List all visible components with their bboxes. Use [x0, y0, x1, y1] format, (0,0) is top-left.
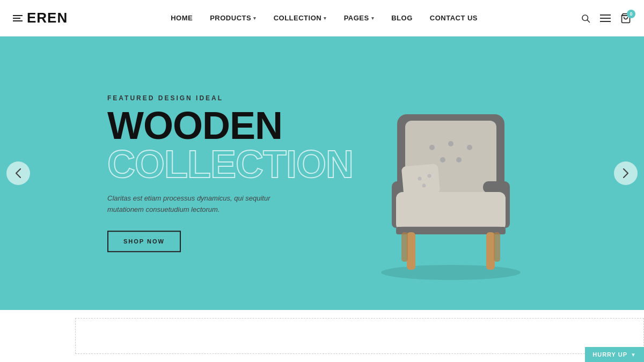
logo-text[interactable]: EREN [27, 10, 68, 26]
svg-point-15 [467, 145, 472, 150]
hero-title-bold: WOODEN [107, 106, 353, 145]
scroll-down-icon: ▼ [631, 352, 636, 358]
svg-rect-27 [401, 232, 408, 262]
svg-rect-26 [486, 232, 495, 270]
slider-prev-button[interactable] [6, 161, 30, 185]
svg-point-32 [422, 184, 426, 188]
hero-content: FEATURED DESIGN IDEAL WOODEN COLLECTION … [107, 94, 353, 252]
bottom-section: HURRY UP ▼ [0, 310, 644, 362]
svg-point-6 [381, 265, 521, 280]
svg-point-16 [440, 157, 445, 162]
svg-rect-25 [407, 232, 415, 270]
svg-line-1 [587, 20, 589, 22]
logo-area[interactable]: EREN [13, 10, 68, 26]
svg-point-30 [418, 177, 422, 181]
hero-title-outline: COLLECTION [107, 145, 353, 183]
nav-products[interactable]: PRODUCTS ▾ [210, 14, 256, 22]
nav-home[interactable]: HOME [171, 14, 193, 22]
nav-collection[interactable]: COLLECTION ▾ [274, 14, 327, 22]
slider-next-button[interactable] [614, 161, 638, 185]
main-nav: HOME PRODUCTS ▾ COLLECTION ▾ PAGES ▾ BLO… [171, 14, 478, 22]
svg-point-17 [456, 157, 462, 162]
hero-slider: FEATURED DESIGN IDEAL WOODEN COLLECTION … [0, 36, 644, 310]
svg-point-14 [448, 141, 453, 146]
nav-blog[interactable]: BLOG [391, 14, 413, 22]
shop-now-button[interactable]: SHOP NOW [107, 231, 181, 252]
header: EREN HOME PRODUCTS ▾ COLLECTION ▾ PAGES … [0, 0, 644, 36]
nav-contact[interactable]: CONTACT US [430, 14, 478, 22]
svg-point-13 [429, 145, 435, 150]
hero-chair-image [338, 61, 564, 286]
chevron-down-icon: ▾ [371, 16, 375, 21]
menu-icon [13, 15, 23, 21]
cart-icon[interactable]: 0 [620, 13, 631, 24]
cart-count-badge: 0 [627, 10, 635, 18]
svg-rect-28 [494, 232, 500, 262]
hero-subtitle: FEATURED DESIGN IDEAL [107, 94, 353, 102]
bottom-border-box [75, 318, 644, 354]
chevron-down-icon: ▾ [324, 16, 327, 21]
chevron-down-icon: ▾ [253, 16, 257, 21]
search-icon[interactable] [581, 13, 590, 23]
svg-point-31 [428, 174, 431, 178]
hurry-up-button[interactable]: HURRY UP ▼ [585, 347, 644, 362]
header-icons: 0 [581, 13, 631, 24]
svg-rect-22 [396, 192, 506, 231]
hamburger-menu-icon[interactable] [600, 14, 611, 23]
hero-description: Claritas est etiam processus dynamicus, … [107, 193, 279, 216]
nav-pages[interactable]: PAGES ▾ [344, 14, 375, 22]
